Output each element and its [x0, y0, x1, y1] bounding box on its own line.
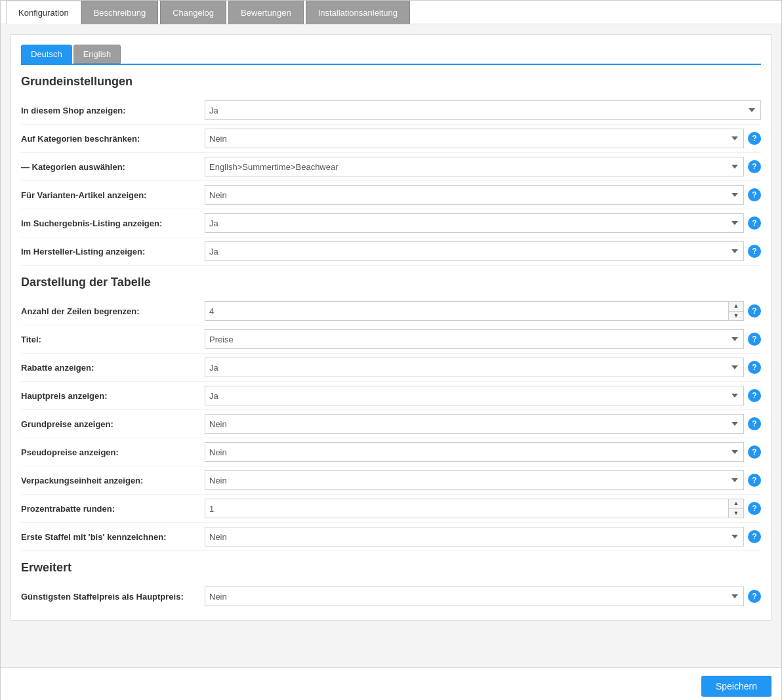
help-icon-1-6[interactable]: ? — [748, 474, 761, 487]
form-select-1-3[interactable]: Ja — [205, 386, 744, 405]
form-row-1-7: Prozentrabatte runden:▲▼? — [21, 495, 761, 523]
form-control-wrap-1-8: Nein? — [205, 527, 761, 546]
section-heading-2: Erweitert — [21, 561, 761, 575]
form-select-0-4[interactable]: Ja — [205, 213, 744, 233]
top-tab-changelog[interactable]: Changelog — [160, 1, 226, 24]
form-row-1-4: Grundpreise anzeigen:Nein? — [21, 410, 761, 438]
form-row-0-3: Für Varianten-Artikel anzeigen:Nein? — [21, 181, 761, 209]
form-select-0-5[interactable]: Ja — [205, 241, 744, 261]
spinner-down-1-0[interactable]: ▼ — [729, 311, 743, 321]
help-icon-1-8[interactable]: ? — [748, 530, 761, 543]
form-select-0-0[interactable]: Ja — [205, 100, 761, 120]
spinner-buttons-1-0: ▲▼ — [728, 302, 743, 320]
language-tabs: DeutschEnglish — [21, 45, 761, 65]
form-label-0-1: Auf Kategorien beschränken: — [21, 134, 205, 144]
spinner-wrap-1-7: ▲▼ — [205, 499, 744, 518]
lang-tab-deutsch[interactable]: Deutsch — [21, 45, 72, 64]
spinner-input-1-0[interactable] — [205, 302, 728, 320]
form-row-0-4: Im Suchergebnis-Listing anzeigen:Ja? — [21, 209, 761, 237]
form-select-0-2[interactable]: English>Summertime>Beachwear — [205, 157, 744, 176]
form-select-2-0[interactable]: Nein — [205, 587, 744, 606]
form-label-0-0: In diesem Shop anzeigen: — [21, 106, 205, 115]
form-label-1-4: Grundpreise anzeigen: — [21, 419, 205, 429]
form-row-0-0: In diesem Shop anzeigen:Ja — [21, 96, 761, 125]
form-control-wrap-1-0: ▲▼? — [205, 301, 761, 321]
help-icon-0-4[interactable]: ? — [748, 216, 761, 230]
help-icon-1-2[interactable]: ? — [748, 361, 761, 374]
help-icon-0-5[interactable]: ? — [748, 245, 761, 258]
help-icon-1-3[interactable]: ? — [748, 389, 761, 402]
form-control-wrap-1-6: Nein? — [205, 470, 761, 490]
help-icon-0-1[interactable]: ? — [748, 132, 761, 145]
main-card: DeutschEnglish GrundeinstellungenIn dies… — [10, 34, 772, 621]
help-icon-1-4[interactable]: ? — [748, 417, 761, 430]
top-tab-beschreibung[interactable]: Beschreibung — [81, 1, 159, 24]
form-select-1-1[interactable]: Preise — [205, 329, 744, 349]
form-row-1-6: Verpackungseinheit anzeigen:Nein? — [21, 466, 761, 495]
spinner-input-1-7[interactable] — [205, 499, 728, 518]
form-label-1-1: Titel: — [21, 335, 205, 344]
form-select-0-1[interactable]: Nein — [205, 129, 744, 148]
form-select-1-6[interactable]: Nein — [205, 470, 744, 490]
form-label-1-7: Prozentrabatte runden: — [21, 504, 205, 514]
save-button[interactable]: Speichern — [701, 676, 772, 697]
form-label-1-2: Rabatte anzeigen: — [21, 363, 205, 373]
spinner-up-1-7[interactable]: ▲ — [729, 499, 743, 508]
form-select-0-3[interactable]: Nein — [205, 185, 744, 205]
form-label-1-6: Verpackungseinheit anzeigen: — [21, 476, 205, 485]
form-select-1-5[interactable]: Nein — [205, 442, 744, 462]
form-label-1-8: Erste Staffel mit 'bis' kennzeichnen: — [21, 532, 205, 542]
section-heading-0: Grundeinstellungen — [21, 75, 761, 89]
help-icon-1-1[interactable]: ? — [748, 333, 761, 346]
form-label-0-2: — Kategorien auswählen: — [21, 162, 205, 172]
lang-tab-english[interactable]: English — [73, 45, 121, 64]
spinner-wrap-1-0: ▲▼ — [205, 301, 744, 321]
form-control-wrap-1-1: Preise? — [205, 329, 761, 349]
form-label-0-4: Im Suchergebnis-Listing anzeigen: — [21, 218, 205, 228]
help-icon-0-3[interactable]: ? — [748, 188, 761, 201]
form-row-1-0: Anzahl der Zeilen begrenzen:▲▼? — [21, 297, 761, 325]
form-control-wrap-0-5: Ja? — [205, 241, 761, 261]
spinner-down-1-7[interactable]: ▼ — [729, 508, 743, 518]
help-icon-2-0[interactable]: ? — [748, 590, 761, 603]
top-tab-bewertungen[interactable]: Bewertungen — [228, 1, 304, 24]
form-label-2-0: Günstigsten Staffelpreis als Hauptpreis: — [21, 592, 205, 602]
help-icon-1-0[interactable]: ? — [748, 304, 761, 318]
top-tab-installationsanleitung[interactable]: Installationsanleitung — [306, 1, 410, 24]
form-control-wrap-0-0: Ja — [205, 100, 761, 120]
form-label-1-0: Anzahl der Zeilen begrenzen: — [21, 306, 205, 316]
form-row-1-2: Rabatte anzeigen:Ja? — [21, 354, 761, 382]
form-control-wrap-1-2: Ja? — [205, 358, 761, 377]
spinner-buttons-1-7: ▲▼ — [728, 499, 743, 518]
top-tab-konfiguration[interactable]: Konfiguration — [6, 1, 81, 24]
spinner-up-1-0[interactable]: ▲ — [729, 302, 743, 311]
form-control-wrap-1-3: Ja? — [205, 386, 761, 405]
form-control-wrap-0-4: Ja? — [205, 213, 761, 233]
form-control-wrap-1-4: Nein? — [205, 414, 761, 434]
footer-bar: Speichern — [1, 667, 781, 700]
form-label-0-3: Für Varianten-Artikel anzeigen: — [21, 190, 205, 200]
help-icon-1-5[interactable]: ? — [748, 445, 761, 459]
form-row-0-5: Im Hersteller-Listing anzeigen:Ja? — [21, 237, 761, 266]
form-control-wrap-2-0: Nein? — [205, 587, 761, 606]
top-tabs-bar: KonfigurationBeschreibungChangelogBewert… — [1, 1, 781, 24]
content-area: DeutschEnglish GrundeinstellungenIn dies… — [1, 24, 781, 667]
form-row-1-8: Erste Staffel mit 'bis' kennzeichnen:Nei… — [21, 523, 761, 551]
form-select-1-8[interactable]: Nein — [205, 527, 744, 546]
help-icon-0-2[interactable]: ? — [748, 160, 761, 173]
form-control-wrap-0-2: English>Summertime>Beachwear? — [205, 157, 761, 176]
form-control-wrap-1-5: Nein? — [205, 442, 761, 462]
sections-container: GrundeinstellungenIn diesem Shop anzeige… — [21, 75, 761, 610]
form-control-wrap-0-3: Nein? — [205, 185, 761, 205]
form-row-1-1: Titel:Preise? — [21, 325, 761, 354]
section-heading-1: Darstellung der Tabelle — [21, 276, 761, 289]
form-row-0-2: — Kategorien auswählen:English>Summertim… — [21, 153, 761, 181]
form-row-0-1: Auf Kategorien beschränken:Nein? — [21, 125, 761, 153]
form-select-1-2[interactable]: Ja — [205, 358, 744, 377]
page-wrapper: KonfigurationBeschreibungChangelogBewert… — [0, 0, 782, 700]
form-select-1-4[interactable]: Nein — [205, 414, 744, 434]
help-icon-1-7[interactable]: ? — [748, 502, 761, 515]
form-row-1-5: Pseudopreise anzeigen:Nein? — [21, 438, 761, 466]
form-label-1-5: Pseudopreise anzeigen: — [21, 447, 205, 457]
form-label-0-5: Im Hersteller-Listing anzeigen: — [21, 247, 205, 257]
